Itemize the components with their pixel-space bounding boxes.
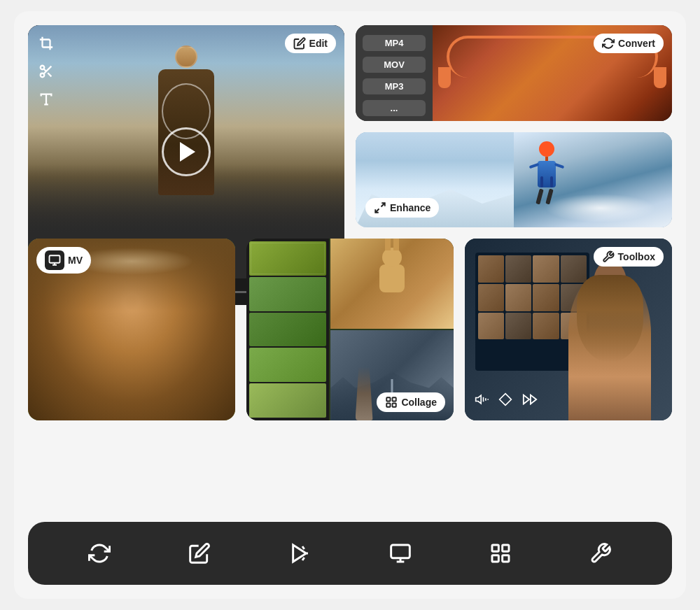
toolbox-chip-text: Toolbox — [618, 251, 655, 262]
app-container: Edit ⏮ ▶ ⏭ — [14, 11, 686, 599]
nav-collage-icon — [489, 542, 512, 565]
edit-chip-text: Edit — [309, 38, 328, 49]
enhance-card[interactable]: Enhance — [356, 132, 672, 228]
thumb-10 — [505, 313, 531, 340]
collage-chip-text: Collage — [401, 397, 437, 408]
format-list: MP4 MOV MP3 ... — [356, 25, 433, 121]
nav-edit-icon — [188, 542, 211, 565]
bottom-nav — [28, 522, 672, 585]
main-grid: Edit ⏮ ▶ ⏭ — [28, 25, 672, 511]
svg-rect-11 — [387, 397, 391, 401]
thumb-7 — [533, 284, 559, 311]
svg-line-4 — [43, 69, 46, 71]
nav-edit[interactable] — [177, 537, 222, 570]
thumb-1 — [478, 255, 504, 283]
mv-tv-icon — [48, 254, 61, 267]
svg-point-0 — [41, 66, 45, 70]
nav-mv-icon — [389, 542, 412, 565]
convert-label[interactable]: Convert — [594, 34, 664, 53]
svg-rect-14 — [393, 404, 396, 407]
nav-convert[interactable] — [77, 537, 122, 570]
play-triangle-icon — [180, 142, 195, 162]
mv-label[interactable]: MV — [36, 247, 91, 274]
format-more[interactable]: ... — [363, 100, 426, 116]
nav-toolbox[interactable] — [578, 537, 623, 570]
svg-line-3 — [48, 73, 51, 76]
format-mov[interactable]: MOV — [363, 57, 426, 73]
nav-toolbox-icon — [589, 542, 612, 565]
text-icon[interactable] — [36, 90, 56, 109]
collage-card[interactable]: Collage — [246, 239, 454, 420]
toolbox-label[interactable]: Toolbox — [594, 247, 664, 267]
convert-chip-text: Convert — [618, 38, 655, 49]
mv-badge-icon — [45, 250, 64, 270]
svg-point-1 — [41, 73, 45, 78]
bottom-row: MV — [28, 239, 672, 420]
volume-plus-icon[interactable] — [475, 392, 489, 410]
nav-mv[interactable] — [378, 537, 423, 570]
mv-card[interactable]: MV — [28, 239, 235, 420]
fast-forward-icon[interactable] — [522, 392, 538, 411]
enhance-after — [514, 132, 672, 228]
edit-label[interactable]: Edit — [285, 34, 336, 53]
refresh-icon — [602, 37, 615, 50]
edit-chip-icon — [293, 37, 306, 50]
toolbox-bottom-icons — [475, 392, 538, 411]
crop-icon[interactable] — [36, 34, 56, 53]
nav-convert-icon — [88, 542, 111, 565]
collage-label[interactable]: Collage — [377, 392, 445, 412]
toolbox-card[interactable]: Toolbox — [465, 239, 672, 420]
format-mp3[interactable]: MP3 — [363, 78, 426, 94]
thumb-9 — [478, 313, 504, 340]
enhance-chip-icon — [374, 201, 386, 214]
svg-rect-26 — [492, 545, 498, 551]
enhance-label[interactable]: Enhance — [365, 198, 439, 218]
thumb-11 — [533, 313, 559, 340]
play-button[interactable] — [162, 127, 211, 176]
svg-rect-28 — [492, 555, 498, 562]
diamond-icon[interactable] — [498, 392, 512, 410]
thumb-5 — [478, 284, 504, 311]
svg-rect-27 — [503, 545, 509, 551]
enhance-chip-text: Enhance — [390, 202, 430, 213]
svg-marker-15 — [476, 395, 482, 404]
svg-marker-20 — [531, 395, 536, 404]
convert-image: Convert — [433, 25, 672, 121]
nav-enhance[interactable] — [277, 537, 322, 570]
convert-card[interactable]: MP4 MOV MP3 ... — [356, 25, 672, 121]
svg-rect-29 — [503, 555, 509, 562]
mv-chip-text: MV — [68, 255, 83, 266]
format-mp4[interactable]: MP4 — [363, 35, 426, 51]
scissors-icon[interactable] — [36, 62, 56, 81]
thumb-3 — [533, 255, 559, 283]
toolbox-bg: Toolbox — [465, 239, 672, 420]
nav-collage[interactable] — [478, 537, 523, 570]
svg-rect-8 — [50, 255, 60, 263]
thumb-2 — [505, 255, 531, 283]
svg-marker-21 — [524, 395, 529, 404]
thumb-6 — [505, 284, 531, 311]
collage-chip-icon — [385, 396, 398, 409]
svg-rect-12 — [393, 397, 396, 401]
svg-rect-13 — [387, 404, 391, 407]
right-column: MP4 MOV MP3 ... — [356, 25, 672, 227]
edit-tools — [36, 34, 56, 109]
nav-enhance-icon — [288, 542, 311, 565]
svg-marker-19 — [500, 394, 512, 406]
toolbox-chip-icon — [602, 250, 615, 263]
svg-rect-23 — [391, 545, 410, 558]
